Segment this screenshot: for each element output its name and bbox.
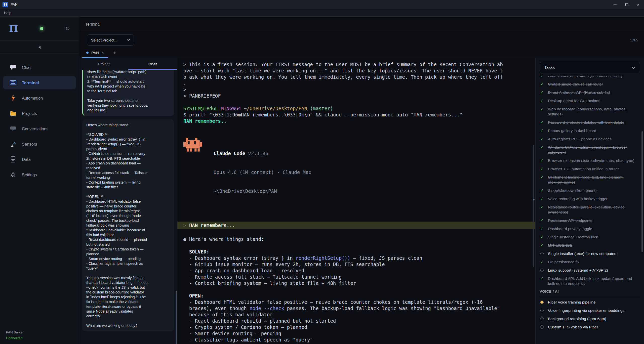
task-row[interactable]: ✓Password-protected deletes with bulk de…: [540, 120, 640, 125]
terminal-line: - Classifier tags ambient speech as "que…: [183, 337, 529, 343]
sidebar-item-label: Chat: [22, 65, 31, 70]
task-row[interactable]: Voice fingerprinting via speaker embeddi…: [540, 308, 640, 313]
task-label: DB persistence fix: [548, 260, 579, 265]
task-row[interactable]: ✓Desktop agent for GUI actions: [540, 98, 640, 103]
sidebar-item-conversations[interactable]: Conversations: [3, 122, 76, 135]
task-done-icon: ✓: [540, 145, 544, 155]
task-label: Resistance router (parallel execution, d…: [548, 205, 640, 215]
sidebar-item-data[interactable]: Data: [3, 153, 76, 166]
lightning-icon: [10, 95, 16, 101]
terminal-line: OPEN:: [183, 293, 529, 299]
menu-help[interactable]: Help: [4, 11, 11, 15]
task-row[interactable]: Piper voice training pipeline: [540, 300, 640, 305]
sidebar-item-automation[interactable]: Automation: [3, 92, 76, 105]
terminal-line: - Context briefing system — living state…: [183, 280, 529, 286]
terminal-panel: > This is a fresh session. Your FIRST me…: [177, 58, 535, 344]
task-label: UI element finding (read_text, find_elem…: [548, 175, 640, 185]
task-row[interactable]: ✓PAN service auto-starts (Windows Servic…: [540, 76, 640, 78]
chat-history[interactable]: show file paths (cwd/transcript_path) ne…: [79, 70, 177, 344]
task-row[interactable]: ✓Resistance router (parallel execution, …: [540, 205, 640, 215]
task-row[interactable]: ✓MIT LICENSE: [540, 243, 640, 248]
folder-icon: [10, 111, 16, 116]
task-label: Unified single Claude call router: [548, 82, 603, 87]
task-row[interactable]: Custom TTS voices via Piper: [540, 325, 640, 330]
task-done-icon: ✓: [540, 260, 544, 265]
terminal-scrollbar-thumb[interactable]: [533, 145, 534, 267]
panel-expand-icon[interactable]: ▸: [533, 197, 535, 202]
page-header: Terminal: [79, 17, 644, 32]
terminal-line: [183, 99, 529, 105]
satellite-dish-icon: [10, 141, 16, 147]
sidebar-item-settings[interactable]: Settings: [3, 168, 76, 181]
task-row[interactable]: ✓Auto-register PC + phone as devices: [540, 137, 640, 142]
sidebar-item-sensors[interactable]: Sensors: [3, 138, 76, 151]
task-label: Desktop agent for GUI actions: [548, 98, 600, 103]
terminal-line: - Crypto system / Cardano token — planne…: [183, 324, 529, 330]
claude-code-banner: Claude Code v2.1.86 Opus 4.6 (1M context…: [183, 138, 529, 207]
sidebar-item-label: Conversations: [22, 126, 48, 131]
close-button[interactable]: ×: [632, 0, 644, 9]
sidebar-item-label: Automation: [22, 96, 43, 101]
close-icon: ×: [637, 3, 639, 7]
task-done-icon: ✓: [540, 276, 544, 286]
task-done-icon: ✓: [540, 120, 544, 125]
tasks-dropdown[interactable]: Tasks: [540, 62, 640, 73]
tasks-scrollbar-thumb[interactable]: [641, 131, 643, 252]
task-row[interactable]: ✓Direct Anthropic API (Haiku, sub-1s): [540, 90, 640, 95]
task-row[interactable]: Background retraining (2am-6am): [540, 316, 640, 321]
tab-chat[interactable]: Chat: [128, 58, 177, 70]
refresh-icon[interactable]: ↻: [65, 25, 70, 32]
task-row[interactable]: Linux support (systemd + AT-SPI2): [540, 268, 640, 273]
tab-close-icon[interactable]: ×: [102, 51, 104, 55]
tab-project[interactable]: Project: [79, 58, 128, 70]
terminal-line: [183, 343, 529, 344]
task-row[interactable]: ✓Single-instance Electron lock: [540, 235, 640, 240]
task-row[interactable]: Single installer (.exe) for new computer…: [540, 251, 640, 256]
file-cabinet-icon: [10, 156, 16, 162]
task-row[interactable]: ✓DB persistence fix: [540, 260, 640, 265]
tasks-list[interactable]: ✓PAN service auto-starts (Windows Servic…: [540, 76, 640, 344]
task-done-icon: ✓: [540, 166, 544, 171]
sidebar-collapse-button[interactable]: [0, 41, 79, 54]
terminal-line: $ printf "\033[1;96mΠAN remembers..\033[…: [183, 112, 529, 118]
tab-pan[interactable]: PAN ×: [82, 51, 108, 58]
terminal-tab-strip: PAN × +: [79, 48, 644, 58]
task-row[interactable]: ✓Dashboard API: Add bulk task update/ups…: [540, 276, 640, 286]
minimize-button[interactable]: [609, 0, 621, 9]
task-label: Voice fingerprinting via speaker embeddi…: [548, 308, 624, 313]
task-done-icon: ✓: [540, 175, 544, 185]
sidebar-item-label: Terminal: [22, 80, 39, 85]
task-done-icon: ✓: [540, 128, 544, 133]
task-row[interactable]: ✓Browser + UI automation unified in rout…: [540, 166, 640, 171]
task-done-icon: ✓: [540, 188, 544, 193]
task-row[interactable]: ✓Resistance API endpoints: [540, 218, 640, 223]
conversation-bubble-icon: [10, 126, 16, 131]
chat-scrollbar-thumb[interactable]: [176, 291, 177, 344]
task-row[interactable]: ✓Dashboard privacy toggle: [540, 226, 640, 231]
terminal-line: - Dashboard HTML validator false positiv…: [183, 299, 529, 305]
task-row[interactable]: ✓Web dashboard (conversations, data, pho…: [540, 107, 640, 117]
terminal-line: - App crash on dashboard load — resolved: [183, 268, 529, 274]
chevron-down-icon: [632, 67, 635, 69]
task-row[interactable]: ✓Browser extension (list/read/write tabs…: [540, 158, 640, 163]
sidebar-item-projects[interactable]: Projects: [3, 107, 76, 120]
task-label: Sleep/shutdown from phone: [548, 188, 596, 193]
maximize-button[interactable]: [621, 0, 632, 9]
task-done-icon: ✓: [540, 226, 544, 231]
claude-code-title-line: Claude Code v2.1.86: [214, 150, 311, 157]
collapse-left-icon: [38, 46, 41, 49]
task-row[interactable]: ✓Windows UI Automation (pyautogui + brow…: [540, 145, 640, 155]
sidebar-item-terminal[interactable]: Terminal: [3, 76, 76, 89]
task-row[interactable]: ✓Unified single Claude call router: [540, 82, 640, 87]
task-label: Single-instance Electron lock: [548, 235, 598, 240]
task-label: Piper voice training pipeline: [548, 300, 596, 305]
task-row[interactable]: ✓UI element finding (read_text, find_ele…: [540, 175, 640, 185]
sidebar-item-chat[interactable]: Chat: [3, 61, 76, 74]
task-row[interactable]: ✓Sleep/shutdown from phone: [540, 188, 640, 193]
task-row[interactable]: ✓Voice recording with hotkey trigger: [540, 196, 640, 201]
task-row[interactable]: ✓Photos gallery in dashboard: [540, 128, 640, 133]
new-tab-button[interactable]: +: [113, 50, 116, 58]
server-status-dot: [40, 27, 43, 30]
task-label: Background retraining (2am-6am): [548, 316, 606, 321]
project-selector[interactable]: Select Project...: [87, 34, 134, 46]
